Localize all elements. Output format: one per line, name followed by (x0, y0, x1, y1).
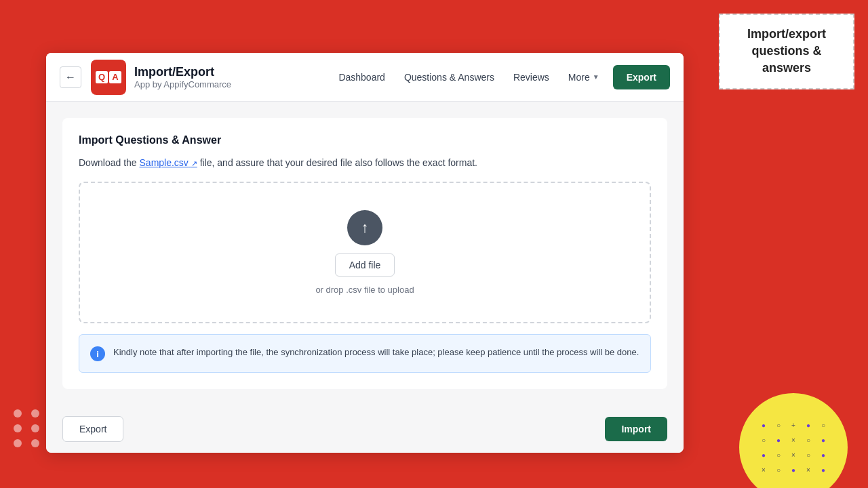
app-footer: Export Import (46, 405, 684, 453)
dot-char: ● (758, 420, 769, 430)
main-nav: Dashboard Questions & Answers Reviews Mo… (338, 72, 599, 83)
bg-dot (14, 409, 22, 418)
bg-dot (14, 424, 22, 432)
import-description: Download the Sample.csv ↗ file, and assu… (79, 157, 651, 168)
dot-char: ○ (773, 449, 784, 460)
dot-char: × (788, 449, 799, 460)
dot-char: × (788, 434, 799, 445)
info-message: Kindly note that after importing the fil… (113, 346, 639, 359)
dot-char: ○ (758, 434, 769, 445)
nav-item-reviews[interactable]: Reviews (513, 72, 549, 83)
header-export-button[interactable]: Export (613, 65, 670, 89)
annotation-box: Import/export questions & answers (719, 14, 854, 89)
background-dots-left (14, 409, 42, 447)
dot-char: ● (758, 449, 769, 460)
chevron-down-icon: ▼ (593, 73, 599, 81)
nav-item-questions[interactable]: Questions & Answers (404, 72, 494, 83)
import-card: Import Questions & Answer Download the S… (62, 118, 667, 389)
app-logo: Q A (91, 60, 126, 95)
add-file-button[interactable]: Add file (335, 253, 395, 277)
dot-char: ○ (773, 420, 784, 430)
external-link-icon: ↗ (191, 159, 197, 167)
back-button[interactable]: ← (60, 66, 81, 88)
upload-icon: ↑ (347, 210, 382, 245)
nav-item-more[interactable]: More ▼ (568, 72, 599, 83)
dot-char: ● (773, 434, 784, 445)
info-box: i Kindly note that after importing the f… (79, 334, 651, 373)
app-title: Import/Export (134, 65, 338, 79)
yellow-circle-decoration: ● ○ + ● ○ ○ ● × ○ ● ● ○ × ○ ● × ○ ● × ● (739, 393, 848, 488)
info-icon: i (90, 346, 105, 361)
app-content: Import Questions & Answer Download the S… (46, 102, 684, 405)
bg-dot (14, 439, 22, 447)
sample-csv-link[interactable]: Sample.csv ↗ (140, 157, 197, 168)
footer-export-button[interactable]: Export (62, 416, 123, 442)
logo-letters: Q A (96, 71, 121, 83)
bg-dot (31, 424, 39, 432)
app-subtitle: App by AppifyCommarce (134, 79, 338, 89)
bg-dot (31, 409, 39, 418)
dot-char: ● (788, 464, 799, 475)
file-drop-zone[interactable]: ↑ Add file or drop .csv file to upload (79, 182, 651, 323)
import-card-title: Import Questions & Answer (79, 134, 651, 146)
dot-char: ○ (773, 464, 784, 475)
drop-hint-text: or drop .csv file to upload (315, 285, 414, 295)
dot-char: ● (818, 464, 829, 475)
dot-char: × (758, 464, 769, 475)
annotation-title: Import/export questions & answers (734, 26, 840, 77)
app-window: ← Q A Import/Export App by AppifyCommarc… (46, 53, 684, 453)
dot-char: × (803, 464, 814, 475)
logo-letter-a: A (109, 71, 121, 83)
dot-pattern: ● ○ + ● ○ ○ ● × ○ ● ● ○ × ○ ● × ○ ● × ● (747, 409, 840, 486)
import-button[interactable]: Import (605, 417, 667, 441)
nav-item-dashboard[interactable]: Dashboard (338, 72, 385, 83)
dot-char: + (788, 420, 799, 430)
dot-char: ● (803, 420, 814, 430)
app-title-group: Import/Export App by AppifyCommarce (134, 65, 338, 89)
app-header: ← Q A Import/Export App by AppifyCommarc… (46, 53, 684, 102)
dot-char: ○ (803, 434, 814, 445)
bg-dot (31, 439, 39, 447)
dot-char: ○ (803, 449, 814, 460)
upload-arrow-icon: ↑ (361, 219, 369, 237)
logo-letter-q: Q (96, 71, 108, 83)
dot-char: ○ (818, 420, 829, 430)
dot-char: ● (818, 434, 829, 445)
dot-char: ● (818, 449, 829, 460)
